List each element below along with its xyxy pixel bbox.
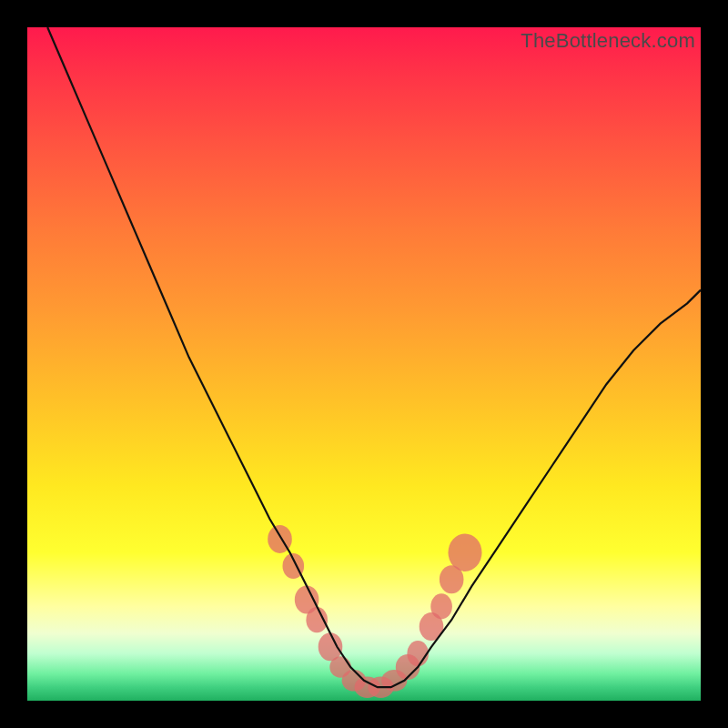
chart-frame: TheBottleneck.com	[27, 27, 701, 701]
curve-marker	[430, 593, 452, 619]
curve-marker	[407, 641, 429, 666]
curve-marker	[449, 534, 482, 571]
curve-markers	[268, 525, 481, 698]
bottleneck-curve	[47, 27, 701, 687]
bottleneck-plot	[27, 27, 701, 701]
